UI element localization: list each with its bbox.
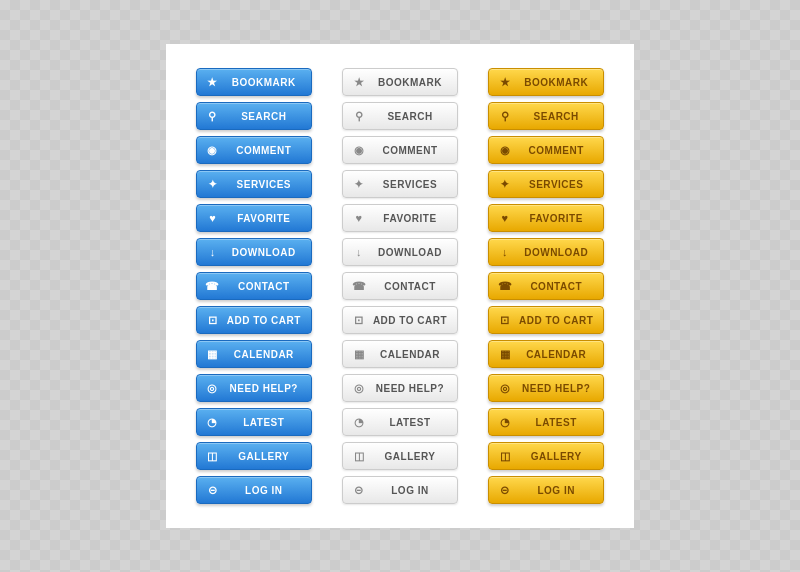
btn-yellow-search[interactable]: ⚲SEARCH: [488, 102, 604, 130]
btn-blue-search[interactable]: ⚲SEARCH: [196, 102, 312, 130]
btn-label-gallery: GALLERY: [227, 451, 301, 462]
btn-yellow-calendar[interactable]: ▦CALENDAR: [488, 340, 604, 368]
btn-label-gallery: GALLERY: [373, 451, 447, 462]
btn-white-download[interactable]: ↓DOWNLOAD: [342, 238, 458, 266]
btn-label-need-help?: NEED HELP?: [373, 383, 447, 394]
bookmark-icon: ★: [497, 74, 513, 90]
calendar-icon: ▦: [205, 346, 221, 362]
services-icon: ✦: [497, 176, 513, 192]
favorite-icon: ♥: [351, 210, 367, 226]
comment-icon: ◉: [351, 142, 367, 158]
latest-icon: ◔: [205, 414, 221, 430]
btn-blue-log-in[interactable]: ⊝LOG IN: [196, 476, 312, 504]
btn-yellow-favorite[interactable]: ♥FAVORITE: [488, 204, 604, 232]
column-yellow: ★BOOKMARK⚲SEARCH◉COMMENT✦SERVICES♥FAVORI…: [488, 68, 604, 504]
btn-label-gallery: GALLERY: [519, 451, 593, 462]
btn-white-contact[interactable]: ☎CONTACT: [342, 272, 458, 300]
btn-label-calendar: CALENDAR: [519, 349, 593, 360]
search-icon: ⚲: [497, 108, 513, 124]
btn-label-contact: CONTACT: [373, 281, 447, 292]
btn-label-download: DOWNLOAD: [373, 247, 447, 258]
btn-yellow-bookmark[interactable]: ★BOOKMARK: [488, 68, 604, 96]
btn-blue-comment[interactable]: ◉COMMENT: [196, 136, 312, 164]
btn-white-favorite[interactable]: ♥FAVORITE: [342, 204, 458, 232]
gallery-icon: ◫: [351, 448, 367, 464]
btn-label-latest: LATEST: [519, 417, 593, 428]
btn-blue-add-to-cart[interactable]: ⊡ADD TO CART: [196, 306, 312, 334]
btn-yellow-gallery[interactable]: ◫GALLERY: [488, 442, 604, 470]
btn-blue-download[interactable]: ↓DOWNLOAD: [196, 238, 312, 266]
calendar-icon: ▦: [351, 346, 367, 362]
contact-icon: ☎: [351, 278, 367, 294]
btn-label-latest: LATEST: [227, 417, 301, 428]
bookmark-icon: ★: [205, 74, 221, 90]
services-icon: ✦: [351, 176, 367, 192]
btn-blue-services[interactable]: ✦SERVICES: [196, 170, 312, 198]
btn-label-add-to-cart: ADD TO CART: [373, 315, 447, 326]
btn-yellow-latest[interactable]: ◔LATEST: [488, 408, 604, 436]
add-to-cart-icon: ⊡: [351, 312, 367, 328]
contact-icon: ☎: [205, 278, 221, 294]
btn-label-add-to-cart: ADD TO CART: [227, 315, 301, 326]
btn-label-calendar: CALENDAR: [373, 349, 447, 360]
btn-label-download: DOWNLOAD: [519, 247, 593, 258]
latest-icon: ◔: [351, 414, 367, 430]
btn-yellow-download[interactable]: ↓DOWNLOAD: [488, 238, 604, 266]
btn-blue-contact[interactable]: ☎CONTACT: [196, 272, 312, 300]
btn-label-need-help?: NEED HELP?: [227, 383, 301, 394]
btn-white-comment[interactable]: ◉COMMENT: [342, 136, 458, 164]
btn-label-latest: LATEST: [373, 417, 447, 428]
column-blue: ★BOOKMARK⚲SEARCH◉COMMENT✦SERVICES♥FAVORI…: [196, 68, 312, 504]
btn-label-log-in: LOG IN: [519, 485, 593, 496]
calendar-icon: ▦: [497, 346, 513, 362]
btn-label-download: DOWNLOAD: [227, 247, 301, 258]
download-icon: ↓: [497, 244, 513, 260]
log-in-icon: ⊝: [205, 482, 221, 498]
button-showcase: ★BOOKMARK⚲SEARCH◉COMMENT✦SERVICES♥FAVORI…: [166, 44, 635, 528]
btn-yellow-comment[interactable]: ◉COMMENT: [488, 136, 604, 164]
btn-white-add-to-cart[interactable]: ⊡ADD TO CART: [342, 306, 458, 334]
btn-white-bookmark[interactable]: ★BOOKMARK: [342, 68, 458, 96]
btn-blue-need-help?[interactable]: ◎NEED HELP?: [196, 374, 312, 402]
btn-label-contact: CONTACT: [519, 281, 593, 292]
download-icon: ↓: [205, 244, 221, 260]
btn-yellow-add-to-cart[interactable]: ⊡ADD TO CART: [488, 306, 604, 334]
favorite-icon: ♥: [497, 210, 513, 226]
btn-white-calendar[interactable]: ▦CALENDAR: [342, 340, 458, 368]
btn-label-bookmark: BOOKMARK: [227, 77, 301, 88]
btn-white-need-help?[interactable]: ◎NEED HELP?: [342, 374, 458, 402]
btn-yellow-services[interactable]: ✦SERVICES: [488, 170, 604, 198]
search-icon: ⚲: [351, 108, 367, 124]
btn-white-gallery[interactable]: ◫GALLERY: [342, 442, 458, 470]
btn-blue-calendar[interactable]: ▦CALENDAR: [196, 340, 312, 368]
btn-blue-gallery[interactable]: ◫GALLERY: [196, 442, 312, 470]
btn-blue-bookmark[interactable]: ★BOOKMARK: [196, 68, 312, 96]
btn-label-log-in: LOG IN: [373, 485, 447, 496]
add-to-cart-icon: ⊡: [497, 312, 513, 328]
btn-label-search: SEARCH: [373, 111, 447, 122]
btn-label-comment: COMMENT: [373, 145, 447, 156]
btn-yellow-log-in[interactable]: ⊝LOG IN: [488, 476, 604, 504]
btn-label-comment: COMMENT: [227, 145, 301, 156]
need-help?-icon: ◎: [205, 380, 221, 396]
btn-white-latest[interactable]: ◔LATEST: [342, 408, 458, 436]
btn-label-services: SERVICES: [227, 179, 301, 190]
gallery-icon: ◫: [205, 448, 221, 464]
btn-blue-favorite[interactable]: ♥FAVORITE: [196, 204, 312, 232]
btn-label-bookmark: BOOKMARK: [373, 77, 447, 88]
btn-white-services[interactable]: ✦SERVICES: [342, 170, 458, 198]
column-white: ★BOOKMARK⚲SEARCH◉COMMENT✦SERVICES♥FAVORI…: [342, 68, 458, 504]
btn-white-search[interactable]: ⚲SEARCH: [342, 102, 458, 130]
btn-white-log-in[interactable]: ⊝LOG IN: [342, 476, 458, 504]
gallery-icon: ◫: [497, 448, 513, 464]
btn-label-services: SERVICES: [519, 179, 593, 190]
latest-icon: ◔: [497, 414, 513, 430]
comment-icon: ◉: [205, 142, 221, 158]
btn-yellow-contact[interactable]: ☎CONTACT: [488, 272, 604, 300]
favorite-icon: ♥: [205, 210, 221, 226]
btn-label-bookmark: BOOKMARK: [519, 77, 593, 88]
btn-blue-latest[interactable]: ◔LATEST: [196, 408, 312, 436]
btn-yellow-need-help?[interactable]: ◎NEED HELP?: [488, 374, 604, 402]
search-icon: ⚲: [205, 108, 221, 124]
services-icon: ✦: [205, 176, 221, 192]
